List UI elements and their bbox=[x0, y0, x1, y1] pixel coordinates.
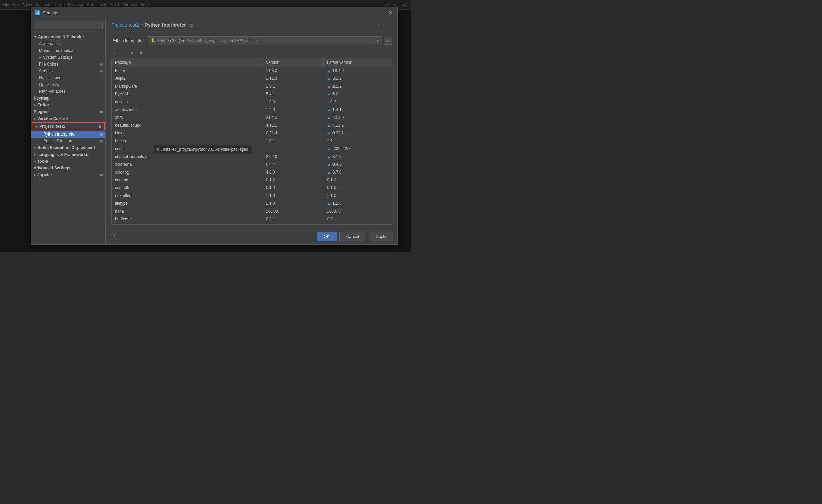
chevron-right-icon-jupyter: ▶ bbox=[34, 173, 36, 177]
show-early-releases-button[interactable]: 👁 bbox=[138, 49, 144, 56]
nav-item-scopes[interactable]: Scopes ⊞ bbox=[31, 68, 105, 74]
pkg-name: haha bbox=[112, 208, 262, 215]
nav-back-button[interactable]: ← bbox=[376, 22, 383, 29]
table-row[interactable]: atomicwrites 1.4.0 ▲1.4.1 bbox=[112, 106, 392, 114]
pkg-version: 2.0.10 bbox=[262, 153, 324, 160]
nav-item-quick-lists[interactable]: Quick Lists bbox=[31, 81, 105, 88]
pkg-version: 2.0.1 bbox=[262, 83, 324, 90]
remove-package-button[interactable]: − bbox=[120, 49, 127, 56]
pkg-latest: ▲4.12.2 bbox=[324, 122, 392, 129]
table-row[interactable]: Jinja2 2.11.3 ▲3.1.2 bbox=[112, 75, 392, 83]
breadcrumb-parent[interactable]: Project: test2 bbox=[111, 22, 139, 28]
interpreter-select[interactable]: 🐍 Python 3.6 (3) D:\installed_program\py… bbox=[148, 36, 382, 45]
nav-item-version-control[interactable]: ▶ Version Control bbox=[31, 115, 105, 122]
pkg-version: 11.3.0 bbox=[262, 67, 324, 74]
settings-nav-tree: ▼ Appearance & Behavior Appearance Menus… bbox=[31, 32, 105, 244]
table-row[interactable]: attrs 21.4.0 ▲23.1.0 bbox=[112, 114, 392, 122]
pkg-version: 21.4.0 bbox=[262, 114, 324, 121]
pkg-name: bidict bbox=[112, 129, 262, 137]
table-row[interactable]: haha 100.0.0 100.0.0 bbox=[112, 208, 392, 215]
col-header-version[interactable]: Version bbox=[262, 58, 324, 67]
table-row[interactable]: beautifulsoup4 4.11.1 ▲4.12.2 bbox=[112, 122, 392, 129]
pkg-name: common bbox=[112, 176, 262, 184]
nav-item-menus-toolbars[interactable]: Menus and Toolbars bbox=[31, 47, 105, 54]
nav-item-path-variables[interactable]: Path Variables bbox=[31, 88, 105, 95]
table-row[interactable]: et-xmlfile 1.1.0 1.1.0 bbox=[112, 192, 392, 200]
nav-item-project-test2[interactable]: ▼ Project: test2 ⊞ bbox=[32, 122, 105, 130]
pkg-latest: 1.1.0 bbox=[324, 192, 392, 199]
nav-item-keymap[interactable]: Keymap bbox=[31, 95, 105, 102]
pkg-version: 4.11.1 bbox=[262, 122, 324, 129]
nav-item-system-settings[interactable]: ▶ System Settings bbox=[31, 54, 105, 61]
table-row[interactable]: charset-normalizer 2.0.10 ▲3.1.0 bbox=[112, 153, 392, 161]
table-row[interactable]: filetype 1.1.0 ▲1.2.0 bbox=[112, 200, 392, 208]
pkg-version: 2.5.7 bbox=[262, 223, 324, 224]
cancel-button[interactable]: Cancel bbox=[339, 232, 366, 241]
upgrade-package-button[interactable]: ▲ bbox=[129, 49, 136, 56]
add-package-button[interactable]: + bbox=[111, 49, 118, 56]
settings-dialog-icon: ⚙ bbox=[35, 10, 40, 15]
nav-item-python-interpreter[interactable]: Python Interpreter ⊞ bbox=[31, 131, 105, 138]
nav-item-languages-frameworks[interactable]: ▶ Languages & Frameworks bbox=[31, 151, 105, 158]
pkg-latest: 1.0.3 bbox=[324, 98, 392, 106]
table-row[interactable]: PyYAML 5.4.1 ▲6.0 bbox=[112, 90, 392, 98]
table-header: Package Version Latest version bbox=[112, 58, 392, 67]
apply-button[interactable]: Apply bbox=[369, 232, 393, 241]
interpreter-settings-button[interactable]: ⚙ bbox=[384, 37, 392, 45]
chevron-down-icon-select: ▼ bbox=[376, 39, 379, 43]
nav-item-file-colors[interactable]: File Colors ⊞ bbox=[31, 61, 105, 68]
table-row[interactable]: har2case 0.3.1 0.3.1 bbox=[112, 215, 392, 223]
chevron-right-icon-vc: ▶ bbox=[34, 117, 36, 120]
col-header-package[interactable]: Package bbox=[112, 58, 262, 67]
nav-item-editor[interactable]: ▶ Editor bbox=[31, 102, 105, 108]
nav-item-project-structure[interactable]: Project Structure ⊞ bbox=[31, 138, 105, 144]
pkg-name: bunch bbox=[112, 137, 262, 145]
nav-item-appearance-behavior[interactable]: ▼ Appearance & Behavior bbox=[31, 34, 105, 40]
pkg-version: 2.11.3 bbox=[262, 75, 324, 82]
footer-buttons: OK Cancel Apply bbox=[317, 232, 393, 241]
nav-item-plugins[interactable]: Plugins ⊞ bbox=[31, 108, 105, 115]
nav-forward-button[interactable]: → bbox=[384, 22, 392, 29]
ok-button[interactable]: OK bbox=[317, 232, 336, 241]
table-row[interactable]: controller 0.1.0 0.1.0 bbox=[112, 184, 392, 192]
package-list: Faker 11.3.0 ▲18.4.0 Jinja2 2.11.3 ▲3.1.… bbox=[112, 67, 392, 224]
pkg-version: 0.4.4 bbox=[262, 161, 324, 168]
table-row[interactable]: certifi ▲2022.12.7 bbox=[112, 145, 392, 153]
pkg-version: 1.1.0 bbox=[262, 200, 324, 207]
breadcrumb-link-icon[interactable]: ⧉ bbox=[189, 22, 193, 28]
nav-item-build-execution[interactable]: ▶ Build, Execution, Deployment bbox=[31, 144, 105, 151]
interpreter-path: D:\installed_program\python3.6.5\python.… bbox=[187, 39, 262, 43]
pkg-latest: ▲23.1.0 bbox=[324, 114, 392, 121]
settings-search-input[interactable] bbox=[34, 21, 103, 29]
table-row[interactable]: common 0.1.2 0.1.2 bbox=[112, 176, 392, 184]
table-row[interactable]: bidict 0.21.4 ▲0.22.1 bbox=[112, 129, 392, 137]
nav-item-tools[interactable]: ▶ Tools bbox=[31, 158, 105, 165]
nav-item-jupyter[interactable]: ▶ Jupyter ⊞ bbox=[31, 172, 105, 178]
nav-item-notifications[interactable]: Notifications bbox=[31, 74, 105, 81]
pkg-name: colorama bbox=[112, 161, 262, 168]
help-button[interactable]: ? bbox=[110, 233, 117, 240]
col-header-latest[interactable]: Latest version bbox=[324, 58, 392, 67]
pkg-name: et-xmlfile bbox=[112, 192, 262, 199]
table-row[interactable]: MarkupSafe 2.0.1 ▲2.1.2 bbox=[112, 83, 392, 90]
table-row[interactable]: actions 1.0.3 1.0.3 bbox=[112, 98, 392, 106]
python-icon: 🐍 bbox=[151, 38, 156, 43]
breadcrumb: Project: test2 › Python Interpreter ⧉ bbox=[111, 22, 193, 28]
table-row[interactable]: colorama 0.4.4 ▲0.4.6 bbox=[112, 161, 392, 168]
pkg-name: PyYAML bbox=[112, 90, 262, 98]
nav-item-advanced-settings[interactable]: Advanced Settings bbox=[31, 165, 105, 172]
badge-scopes: ⊞ bbox=[100, 69, 103, 73]
dialog-close-button[interactable]: ✕ bbox=[388, 10, 393, 15]
pkg-latest: ▲18.4.0 bbox=[324, 67, 392, 74]
table-row[interactable]: colorlog 4.8.0 ▲6.7.0 bbox=[112, 168, 392, 176]
nav-item-appearance[interactable]: Appearance bbox=[31, 40, 105, 47]
interpreter-row: Python Interpreter: 🐍 Python 3.6 (3) D:\… bbox=[111, 36, 392, 45]
pkg-name: colorlog bbox=[112, 168, 262, 176]
chevron-down-icon-project: ▼ bbox=[35, 125, 38, 128]
table-row[interactable]: httprunner 2.5.7 ▲4.3.0 bbox=[112, 223, 392, 224]
chevron-down-icon: ▼ bbox=[34, 35, 37, 39]
pkg-name: actions bbox=[112, 98, 262, 106]
table-row[interactable]: Faker 11.3.0 ▲18.4.0 bbox=[112, 67, 392, 75]
table-row[interactable]: bunch 1.0.1 1.0.1 bbox=[112, 137, 392, 145]
interpreter-label: Python Interpreter: bbox=[111, 38, 145, 43]
